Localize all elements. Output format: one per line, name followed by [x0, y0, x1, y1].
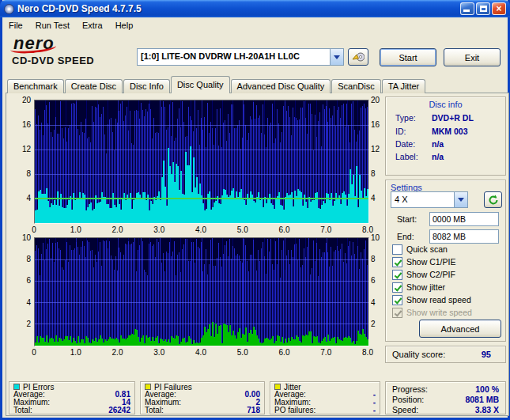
maximize-icon — [480, 6, 487, 12]
pi-errors-stats-box: PI Errors Average:0.81 Maximum:14 Total:… — [9, 381, 135, 414]
scan-speed-selector[interactable]: 4 X — [391, 191, 468, 208]
speed-value: 3.83 X — [475, 405, 499, 414]
x-axis-tick-label: 2.0 — [112, 348, 123, 357]
y-axis-tick-label: 12 — [9, 145, 31, 153]
disc-info-panel: Disc info Type: DVD+R DL ID: MKM 003 Dat… — [385, 96, 506, 176]
tab-disc-info[interactable]: Disc Info — [123, 79, 170, 93]
show-c1-pie-checkbox[interactable] — [392, 257, 402, 267]
y-axis-tick-label: 8 — [371, 255, 387, 263]
y-axis-tick-label: 6 — [371, 276, 387, 285]
menu-item-help[interactable]: Help — [109, 19, 140, 32]
tab-advanced-disc-quality[interactable]: Advanced Disc Quality — [231, 79, 331, 93]
start-position-label: Start: — [397, 214, 429, 224]
x-axis-tick-label: 5.0 — [237, 348, 248, 357]
y-axis-tick-label: 8 — [9, 255, 31, 263]
refresh-icon — [488, 195, 499, 206]
y-axis-tick-label: 20 — [371, 96, 387, 104]
disc-type-label: Type: — [395, 113, 432, 123]
show-c2-pif-row: Show C2/PIF — [392, 269, 455, 280]
chevron-down-icon — [334, 55, 340, 59]
close-button[interactable]: × — [492, 2, 506, 15]
y-axis-tick-label: 12 — [371, 145, 387, 153]
y-axis-tick-label: 10 — [371, 233, 387, 242]
pi-errors-chart: 448812121616202001.02.03.04.05.06.07.08.… — [9, 95, 391, 234]
eject-load-button[interactable] — [348, 48, 368, 66]
y-axis-tick-label: 4 — [9, 298, 31, 307]
disc-label-label: Label: — [395, 152, 432, 161]
y-axis-tick-label: 8 — [371, 169, 387, 178]
stat-label: Total: — [13, 407, 32, 414]
pi-failures-chart: 22446688101001.02.03.04.05.06.07.08.0 — [9, 233, 391, 361]
x-axis-tick-label: 3.0 — [153, 348, 164, 357]
y-axis-tick-label: 6 — [9, 276, 31, 285]
progress-value: 100 % — [475, 384, 499, 394]
tab-scandisc[interactable]: ScanDisc — [331, 79, 380, 93]
show-c1-pie-row: Show C1/PIE — [392, 256, 455, 267]
position-value: 8081 MB — [465, 395, 499, 404]
progress-label: Progress: — [392, 384, 428, 394]
end-position-row: End: — [397, 229, 499, 244]
refresh-button[interactable] — [484, 191, 502, 208]
disc-info-row-date: Date: n/a — [395, 139, 499, 149]
tab-create-disc[interactable]: Create Disc — [65, 79, 123, 93]
settings-panel: Settings 4 X Start: End: Quick scan Show… — [385, 180, 506, 342]
y-axis-tick-label: 4 — [9, 194, 31, 202]
start-button[interactable]: Start — [380, 48, 436, 66]
start-position-input[interactable] — [429, 212, 499, 226]
stat-row: Total:26242 — [13, 407, 130, 414]
drive-selector-value: [1:0] LITE-ON DVDRW LH-20A1H LL0C — [138, 49, 330, 65]
end-position-input[interactable] — [429, 229, 499, 244]
show-write-speed-label: Show write speed — [406, 308, 472, 317]
nero-logo: nero CD-DVD SPEED — [10, 33, 133, 71]
show-c2-pif-checkbox[interactable] — [392, 270, 402, 280]
quality-score-row: Quality score: 95 — [392, 350, 491, 359]
scan-speed-dropdown-button[interactable] — [454, 192, 467, 207]
quick-scan-label: Quick scan — [406, 244, 448, 254]
disc-type-value: DVD+R DL — [432, 113, 474, 123]
advanced-button[interactable]: Advanced — [419, 320, 501, 338]
tab-ta-jitter[interactable]: TA Jitter — [382, 79, 426, 93]
y-axis-tick-label: 16 — [9, 120, 31, 129]
disc-info-row-type: Type: DVD+R DL — [395, 113, 499, 123]
stat-value: - — [373, 407, 376, 414]
y-axis-tick-label: 20 — [9, 96, 31, 104]
stat-value: 26242 — [108, 407, 130, 414]
tab-benchmark[interactable]: Benchmark — [7, 79, 64, 93]
show-jitter-label: Show jitter — [406, 282, 445, 292]
show-write-speed-row: Show write speed — [392, 307, 472, 318]
speed-row: Speed: 3.83 X — [392, 405, 499, 414]
stat-label: PO failures: — [274, 407, 315, 414]
y-axis-tick-label: 10 — [9, 233, 31, 242]
menu-bar: File Run Test Extra Help — [2, 17, 508, 32]
x-axis-tick-label: 4.0 — [195, 348, 206, 357]
chevron-down-icon — [458, 198, 464, 202]
menu-item-file[interactable]: File — [2, 19, 29, 32]
disc-date-label: Date: — [395, 139, 432, 149]
y-axis-tick-label: 2 — [9, 320, 31, 328]
drive-selector[interactable]: [1:0] LITE-ON DVDRW LH-20A1H LL0C — [137, 48, 344, 66]
disc-id-label: ID: — [395, 127, 432, 136]
pi-failures-legend-swatch — [145, 384, 151, 390]
app-window: Nero CD-DVD Speed 4.7.7.5 × File Run Tes… — [0, 0, 510, 420]
maximize-button[interactable] — [476, 2, 490, 15]
show-read-speed-checkbox[interactable] — [392, 295, 402, 305]
drive-dropdown-button[interactable] — [330, 49, 343, 65]
menu-item-extra[interactable]: Extra — [76, 19, 109, 32]
stat-row: PO failures:- — [274, 407, 376, 414]
stat-row: Total:718 — [145, 407, 260, 414]
position-row: Position: 8081 MB — [392, 395, 499, 404]
exit-button[interactable]: Exit — [444, 48, 501, 66]
quick-scan-checkbox[interactable] — [392, 244, 402, 255]
stat-label: Total: — [145, 407, 164, 414]
tab-disc-quality[interactable]: Disc Quality — [171, 76, 230, 93]
jitter-legend-swatch — [274, 384, 281, 390]
quality-score-panel: Quality score: 95 — [385, 346, 506, 363]
menu-item-run-test[interactable]: Run Test — [29, 19, 76, 32]
minimize-icon — [463, 9, 470, 12]
title-bar[interactable]: Nero CD-DVD Speed 4.7.7.5 × — [0, 0, 510, 17]
y-axis-tick-label: 2 — [371, 320, 387, 328]
minimize-button[interactable] — [460, 2, 474, 15]
window-controls: × — [460, 2, 506, 15]
scan-speed-value: 4 X — [391, 192, 454, 207]
show-jitter-checkbox[interactable] — [392, 282, 402, 293]
